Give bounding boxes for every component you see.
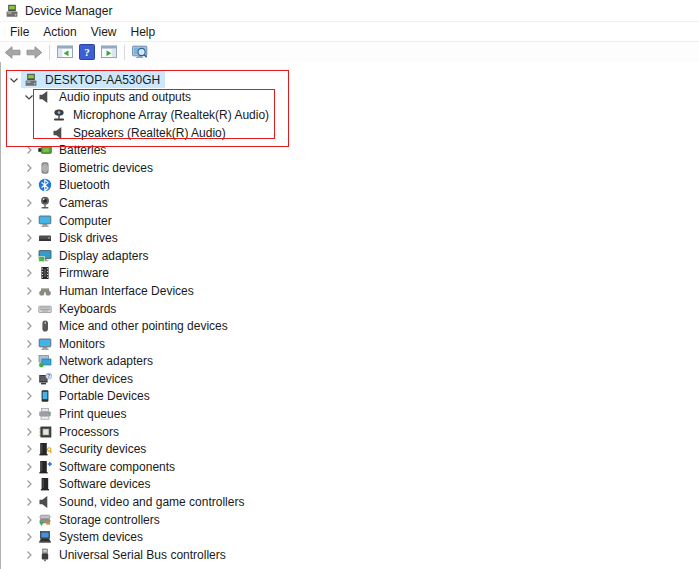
tree-item-display-adapters[interactable]: Display adapters xyxy=(1,247,699,265)
tree-item-label: Network adapters xyxy=(56,354,156,368)
microphone-array-icon xyxy=(51,107,66,122)
monitor-icon xyxy=(37,213,52,228)
scan-hardware-changes-button[interactable] xyxy=(129,43,151,61)
tree-item-bluetooth[interactable]: Bluetooth xyxy=(1,177,699,195)
tree-item-monitors[interactable]: Monitors xyxy=(1,335,699,353)
system-device-icon xyxy=(37,530,52,545)
forward-button[interactable] xyxy=(23,43,45,61)
device-manager-window: Device Manager File Action View Help ? D… xyxy=(0,0,699,569)
tree-item-portable-devices[interactable]: Portable Devices xyxy=(1,388,699,406)
chevron-right-icon[interactable] xyxy=(22,337,36,351)
chevron-right-icon[interactable] xyxy=(22,442,36,456)
tree-item-speakers[interactable]: Speakers (Realtek(R) Audio) xyxy=(1,124,699,142)
selected-row-highlight: DESKTOP-AA530GH xyxy=(21,71,165,88)
show-console-tree-icon xyxy=(57,44,73,60)
tree-item-batteries[interactable]: Batteries xyxy=(1,141,699,159)
tree-item-software-devices[interactable]: Software devices xyxy=(1,476,699,494)
mouse-icon xyxy=(37,319,52,334)
tree-item-mice[interactable]: Mice and other pointing devices xyxy=(1,317,699,335)
svg-text:?: ? xyxy=(84,46,90,58)
chevron-right-icon[interactable] xyxy=(22,319,36,333)
tree-item-label: Storage controllers xyxy=(56,513,163,527)
tree-item-computer[interactable]: Computer xyxy=(1,212,699,230)
chevron-right-icon[interactable] xyxy=(22,214,36,228)
chevron-right-icon[interactable] xyxy=(22,477,36,491)
help-button[interactable]: ? xyxy=(76,43,98,61)
menu-bar: File Action View Help xyxy=(0,22,699,42)
tree-item-print-queues[interactable]: Print queues xyxy=(1,405,699,423)
menu-help[interactable]: Help xyxy=(124,23,163,41)
tree-item-biometric-devices[interactable]: Biometric devices xyxy=(1,159,699,177)
tree-item-sound-video-game[interactable]: Sound, video and game controllers xyxy=(1,493,699,511)
chevron-right-icon[interactable] xyxy=(22,249,36,263)
forward-arrow-icon xyxy=(26,45,43,60)
tree-item-cameras[interactable]: Cameras xyxy=(1,194,699,212)
tree-item-disk-drives[interactable]: Disk drives xyxy=(1,229,699,247)
tree-item-label: Keyboards xyxy=(56,302,119,316)
tree-item-other-devices[interactable]: ? Other devices xyxy=(1,370,699,388)
tree-item-label: Audio inputs and outputs xyxy=(56,90,194,104)
chevron-down-icon[interactable] xyxy=(7,73,21,87)
chevron-right-icon[interactable] xyxy=(22,231,36,245)
tree-item-software-components[interactable]: Software components xyxy=(1,458,699,476)
chevron-right-icon[interactable] xyxy=(22,548,36,562)
tree-item-processors[interactable]: Processors xyxy=(1,423,699,441)
chevron-right-icon[interactable] xyxy=(22,530,36,544)
tree-item-storage-controllers[interactable]: Storage controllers xyxy=(1,511,699,529)
tree-item-label: Biometric devices xyxy=(56,161,156,175)
tree-item-usb-controllers[interactable]: Universal Serial Bus controllers xyxy=(1,546,699,564)
chevron-right-icon[interactable] xyxy=(22,143,36,157)
camera-icon xyxy=(37,195,52,210)
chevron-right-icon[interactable] xyxy=(22,425,36,439)
tree-item-desktop-root[interactable]: DESKTOP-AA530GH xyxy=(1,71,699,89)
chevron-right-icon[interactable] xyxy=(22,284,36,298)
tree-item-network-adapters[interactable]: Network adapters xyxy=(1,353,699,371)
tree-item-security-devices[interactable]: Security devices xyxy=(1,440,699,458)
tree-item-label: Microphone Array (Realtek(R) Audio) xyxy=(70,108,272,122)
tree-item-label: Universal Serial Bus controllers xyxy=(56,548,229,562)
keyboard-icon xyxy=(37,301,52,316)
speaker-icon xyxy=(37,90,52,105)
menu-action[interactable]: Action xyxy=(36,23,83,41)
indent-spacer xyxy=(36,108,50,122)
tree-item-firmware[interactable]: Firmware xyxy=(1,265,699,283)
speaker-icon xyxy=(51,125,66,140)
menu-view[interactable]: View xyxy=(84,23,124,41)
chevron-right-icon[interactable] xyxy=(22,354,36,368)
menu-file[interactable]: File xyxy=(3,23,36,41)
chevron-right-icon[interactable] xyxy=(22,196,36,210)
chevron-right-icon[interactable] xyxy=(22,266,36,280)
display-adapter-icon xyxy=(37,248,52,263)
show-action-pane-icon xyxy=(101,44,117,60)
computer-icon xyxy=(23,72,38,87)
network-adapter-icon xyxy=(37,354,52,369)
chevron-right-icon[interactable] xyxy=(22,460,36,474)
tree-item-keyboards[interactable]: Keyboards xyxy=(1,300,699,318)
show-action-pane-button[interactable] xyxy=(98,43,120,61)
chevron-right-icon[interactable] xyxy=(22,389,36,403)
bluetooth-icon xyxy=(37,178,52,193)
scan-hardware-changes-icon xyxy=(132,44,149,60)
back-button[interactable] xyxy=(1,43,23,61)
tree-item-label: Computer xyxy=(56,214,115,228)
chevron-right-icon[interactable] xyxy=(22,513,36,527)
monitor-icon xyxy=(37,336,52,351)
disk-drive-icon xyxy=(37,231,52,246)
processor-icon xyxy=(37,424,52,439)
chevron-down-icon[interactable] xyxy=(22,90,36,104)
tree-item-microphone-array[interactable]: Microphone Array (Realtek(R) Audio) xyxy=(1,106,699,124)
device-manager-icon xyxy=(5,4,19,18)
show-console-tree-button[interactable] xyxy=(54,43,76,61)
chevron-right-icon[interactable] xyxy=(22,407,36,421)
chevron-right-icon[interactable] xyxy=(22,495,36,509)
chevron-right-icon[interactable] xyxy=(22,302,36,316)
tree-item-audio-inputs-outputs[interactable]: Audio inputs and outputs xyxy=(1,89,699,107)
tree-item-label: Software components xyxy=(56,460,178,474)
chevron-right-icon[interactable] xyxy=(22,178,36,192)
tree-item-system-devices[interactable]: System devices xyxy=(1,528,699,546)
tree-item-human-interface-devices[interactable]: Human Interface Devices xyxy=(1,282,699,300)
tree-item-label: Firmware xyxy=(56,266,112,280)
tree-item-label: Monitors xyxy=(56,337,108,351)
chevron-right-icon[interactable] xyxy=(22,372,36,386)
chevron-right-icon[interactable] xyxy=(22,161,36,175)
